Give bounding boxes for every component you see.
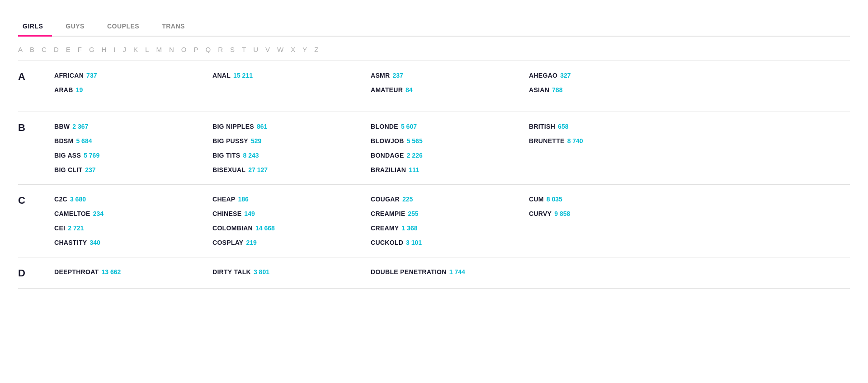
list-item[interactable]: COLOMBIAN14 668	[212, 223, 371, 234]
alpha-p[interactable]: P	[193, 46, 198, 53]
tab-trans[interactable]: TRANS	[157, 18, 194, 36]
list-item[interactable]: CUM8 035	[529, 194, 687, 205]
alpha-o[interactable]: O	[181, 46, 187, 53]
tab-couples[interactable]: COUPLES	[103, 18, 148, 36]
category-count: 5 607	[401, 123, 417, 130]
list-item[interactable]: ASIAN788	[529, 84, 687, 95]
alpha-z[interactable]: Z	[314, 46, 318, 53]
tabs-bar: GIRLSGUYSCOUPLESTRANS	[18, 18, 850, 37]
list-item[interactable]: CREAMPIE255	[371, 208, 529, 219]
category-name: BBW	[54, 123, 70, 130]
alpha-g[interactable]: G	[89, 46, 94, 53]
list-item[interactable]: BLOWJOB5 565	[371, 135, 529, 146]
alpha-m[interactable]: M	[156, 46, 162, 53]
list-item	[529, 266, 687, 277]
section-c: CC2C3 680CHEAP186COUGAR225CUM8 035CAMELT…	[18, 185, 850, 257]
list-item[interactable]: BONDAGE2 226	[371, 150, 529, 161]
list-item[interactable]: CURVY9 858	[529, 208, 687, 219]
category-count: 2 367	[72, 123, 88, 130]
category-count: 255	[408, 210, 418, 217]
category-name: BIG CLIT	[54, 166, 82, 173]
alpha-l[interactable]: L	[145, 46, 149, 53]
list-item[interactable]: BRITISH658	[529, 121, 687, 132]
category-count: 327	[560, 72, 571, 79]
list-item[interactable]: COUGAR225	[371, 194, 529, 205]
category-name: AFRICAN	[54, 72, 84, 79]
category-name: ASIAN	[529, 86, 549, 93]
list-item[interactable]: CHASTITY340	[54, 237, 212, 248]
tab-girls[interactable]: GIRLS	[18, 18, 52, 37]
list-item[interactable]: CUCKOLD3 101	[371, 237, 529, 248]
alpha-k[interactable]: K	[133, 46, 138, 53]
category-count: 737	[86, 72, 97, 79]
list-item[interactable]: ARAB19	[54, 84, 212, 95]
category-name: BLOWJOB	[371, 137, 404, 145]
category-count: 84	[406, 86, 413, 93]
category-count: 8 035	[547, 196, 562, 203]
list-item[interactable]: CHEAP186	[212, 194, 371, 205]
alpha-h[interactable]: H	[102, 46, 107, 53]
section-a: AAFRICAN737ANAL15 211ASMR237AHEGAO327ARA…	[18, 61, 850, 112]
alpha-d[interactable]: D	[54, 46, 59, 53]
alpha-x[interactable]: X	[291, 46, 295, 53]
list-item[interactable]: DOUBLE PENETRATION1 744	[371, 266, 529, 277]
list-item[interactable]: BLONDE5 607	[371, 121, 529, 132]
alpha-e[interactable]: E	[66, 46, 71, 53]
alpha-i[interactable]: I	[113, 46, 115, 53]
list-item[interactable]: BIG NIPPLES861	[212, 121, 371, 132]
list-item[interactable]: ASMR237	[371, 70, 529, 81]
alpha-q[interactable]: Q	[205, 46, 211, 53]
list-item[interactable]: BBW2 367	[54, 121, 212, 132]
category-name: BIG PUSSY	[212, 137, 248, 145]
alpha-s[interactable]: S	[230, 46, 235, 53]
category-name: ANAL	[212, 72, 231, 79]
list-item[interactable]: DEEPTHROAT13 662	[54, 266, 212, 277]
alpha-a[interactable]: A	[18, 46, 23, 53]
list-item[interactable]: BISEXUAL27 127	[212, 164, 371, 175]
list-item[interactable]: DIRTY TALK3 801	[212, 266, 371, 277]
page-wrapper: GIRLSGUYSCOUPLESTRANS ABCDEFGHIJKLMNOPQR…	[0, 0, 868, 298]
alpha-n[interactable]: N	[169, 46, 174, 53]
category-count: 2 721	[68, 224, 84, 232]
alpha-y[interactable]: Y	[302, 46, 307, 53]
alpha-c[interactable]: C	[42, 46, 47, 53]
category-count: 14 668	[255, 224, 275, 232]
list-item[interactable]: CAMELTOE234	[54, 208, 212, 219]
category-name: AHEGAO	[529, 72, 557, 79]
list-item[interactable]: ANAL15 211	[212, 70, 371, 81]
category-name: CREAMY	[371, 224, 399, 232]
alpha-w[interactable]: W	[277, 46, 283, 53]
alpha-r[interactable]: R	[218, 46, 223, 53]
list-item[interactable]: CREAMY1 368	[371, 223, 529, 234]
category-name: DIRTY TALK	[212, 268, 251, 276]
list-item[interactable]: COSPLAY219	[212, 237, 371, 248]
list-item[interactable]: CHINESE149	[212, 208, 371, 219]
alpha-t[interactable]: T	[242, 46, 246, 53]
alpha-b[interactable]: B	[30, 46, 34, 53]
list-item[interactable]: BIG ASS5 769	[54, 150, 212, 161]
list-item[interactable]: C2C3 680	[54, 194, 212, 205]
list-item[interactable]: AHEGAO327	[529, 70, 687, 81]
list-item[interactable]: BIG PUSSY529	[212, 135, 371, 146]
list-item[interactable]: CEI2 721	[54, 223, 212, 234]
list-item[interactable]: BIG TITS8 243	[212, 150, 371, 161]
category-count: 340	[90, 239, 100, 246]
category-count: 5 565	[407, 137, 423, 145]
alpha-v[interactable]: V	[265, 46, 270, 53]
category-grid-a: AFRICAN737ANAL15 211ASMR237AHEGAO327ARAB…	[54, 70, 850, 103]
category-name: COLOMBIAN	[212, 224, 253, 232]
list-item[interactable]: BIG CLIT237	[54, 164, 212, 175]
alpha-j[interactable]: J	[123, 46, 127, 53]
category-name: AMATEUR	[371, 86, 403, 93]
list-item[interactable]: AFRICAN737	[54, 70, 212, 81]
category-count: 3 680	[70, 196, 86, 203]
sections-container: AAFRICAN737ANAL15 211ASMR237AHEGAO327ARA…	[18, 61, 850, 289]
alpha-u[interactable]: U	[253, 46, 258, 53]
list-item[interactable]: BDSM5 684	[54, 135, 212, 146]
alpha-f[interactable]: F	[78, 46, 82, 53]
category-name: CUCKOLD	[371, 239, 403, 246]
list-item[interactable]: BRUNETTE8 740	[529, 135, 687, 146]
list-item[interactable]: AMATEUR84	[371, 84, 529, 95]
list-item[interactable]: BRAZILIAN111	[371, 164, 529, 175]
tab-guys[interactable]: GUYS	[61, 18, 94, 36]
